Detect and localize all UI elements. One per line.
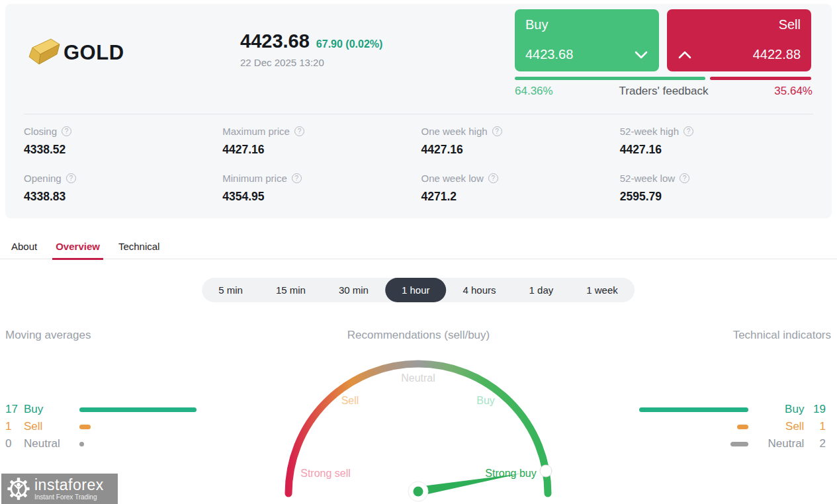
- summary-card: GOLD 4423.68 67.90 (0.02%) 22 Dec 2025 1…: [5, 4, 832, 218]
- stat-one-week-low: One week low? 4271.2: [421, 173, 620, 204]
- gauge-value-marker: [540, 465, 552, 477]
- price-change: 67.90 (0.02%): [316, 38, 383, 50]
- feedback-title: Traders' feedback: [619, 85, 709, 98]
- tab-about[interactable]: About: [8, 235, 40, 260]
- watermark-brand: instaforex: [34, 478, 104, 493]
- stat-value: 4427.16: [421, 143, 620, 157]
- stat-value: 4354.95: [222, 190, 421, 204]
- stat-52-week-low: 52-week low? 2595.79: [620, 173, 818, 204]
- stat-label: Minimum price: [222, 173, 287, 184]
- price-block: 4423.68 67.90 (0.02%) 22 Dec 2025 13:20: [240, 30, 382, 68]
- stat-closing: Closing? 4338.52: [24, 126, 222, 157]
- timeframe-4hours[interactable]: 4 hours: [447, 278, 513, 302]
- ti-neutral-count: 2: [804, 437, 826, 450]
- stat-one-week-high: One week high? 4427.16: [421, 126, 620, 157]
- moving-averages-panel: 17 Buy 1 Sell 0 Neutral: [5, 401, 217, 452]
- feedback-buy-bar: [515, 77, 705, 80]
- gauge-hub-dot: [414, 487, 423, 497]
- ti-row-sell: Sell 1: [635, 418, 826, 435]
- recommendations-gauge: Strong sell Sell Neutral Buy Strong buy: [263, 344, 574, 504]
- stat-label: Opening: [24, 173, 62, 184]
- ma-sell-label: Sell: [24, 420, 79, 433]
- buy-button-label: Buy: [525, 17, 648, 32]
- ma-row-neutral: 0 Neutral: [5, 435, 217, 452]
- stat-value: 4338.52: [24, 143, 222, 157]
- timeframe-30min[interactable]: 30 min: [322, 278, 385, 302]
- current-price: 4423.68: [240, 30, 310, 52]
- instaforex-gear-person-icon: [7, 477, 30, 501]
- help-icon[interactable]: ?: [294, 126, 304, 136]
- sell-button-label: Sell: [678, 17, 801, 32]
- stat-label: 52-week high: [620, 126, 679, 137]
- stat-minimum-price: Minimum price? 4354.95: [222, 173, 421, 204]
- instrument-name: GOLD: [64, 41, 124, 65]
- help-icon[interactable]: ?: [680, 173, 689, 183]
- ma-sell-bar: [79, 425, 91, 429]
- ma-neutral-bar: [79, 442, 84, 446]
- instrument-overview-page: GOLD 4423.68 67.90 (0.02%) 22 Dec 2025 1…: [0, 0, 837, 504]
- help-icon[interactable]: ?: [492, 126, 502, 136]
- timeframe-1week[interactable]: 1 week: [570, 278, 635, 302]
- chevron-down-icon: [634, 50, 648, 60]
- stats-grid: Closing? 4338.52 Opening? 4338.83 Maximu…: [24, 126, 818, 204]
- quote-timestamp: 22 Dec 2025 13:20: [240, 57, 382, 68]
- sell-button[interactable]: Sell 4422.88: [667, 9, 811, 71]
- feedback-sell-percent: 35.64%: [774, 85, 813, 98]
- ma-neutral-count: 0: [5, 437, 24, 450]
- gauge-label-strong-sell: Strong sell: [300, 468, 351, 479]
- ma-buy-label: Buy: [24, 403, 79, 416]
- timeframe-selector: 5 min 15 min 30 min 1 hour 4 hours 1 day…: [202, 278, 635, 302]
- gauge-label-sell: Sell: [341, 395, 359, 406]
- ma-row-buy: 17 Buy: [5, 401, 217, 418]
- stat-label: One week high: [421, 126, 488, 137]
- tab-technical[interactable]: Technical: [115, 235, 163, 260]
- ti-buy-bar: [639, 407, 748, 412]
- stat-value: 4271.2: [421, 190, 620, 204]
- sell-price: 4422.88: [753, 47, 801, 62]
- buy-price: 4423.68: [525, 47, 573, 62]
- stat-label: One week low: [421, 173, 484, 184]
- watermark-tagline: Instant Forex Trading: [34, 494, 104, 501]
- help-icon[interactable]: ?: [683, 126, 693, 136]
- ti-sell-label: Sell: [756, 420, 805, 433]
- ma-buy-bar: [79, 407, 197, 412]
- traders-feedback-bar: [515, 77, 811, 80]
- ma-row-sell: 1 Sell: [5, 418, 217, 435]
- traders-feedback-labels: 64.36% Traders' feedback 35.64%: [515, 85, 813, 98]
- ti-sell-bar: [737, 425, 748, 429]
- stat-value: 4427.16: [620, 143, 818, 157]
- help-icon[interactable]: ?: [292, 173, 302, 183]
- timeframe-1day[interactable]: 1 day: [513, 278, 570, 302]
- help-icon[interactable]: ?: [62, 126, 71, 136]
- ti-neutral-bar: [730, 442, 748, 446]
- technical-indicators-title: Technical indicators: [733, 329, 831, 342]
- chevron-up-icon: [678, 50, 692, 60]
- stat-label: Maximum price: [222, 126, 290, 137]
- ti-neutral-label: Neutral: [756, 437, 805, 450]
- stat-maximum-price: Maximum price? 4427.16: [222, 126, 421, 157]
- stat-value: 4338.83: [24, 190, 222, 204]
- help-icon[interactable]: ?: [488, 173, 498, 183]
- stat-52-week-high: 52-week high? 4427.16: [620, 126, 818, 157]
- help-icon[interactable]: ?: [66, 173, 76, 183]
- recommendations-title: Recommendations (sell/buy): [265, 329, 572, 342]
- ma-neutral-label: Neutral: [24, 437, 79, 450]
- ti-row-buy: Buy 19: [635, 401, 826, 418]
- ma-sell-count: 1: [5, 420, 24, 433]
- stat-label: Closing: [24, 126, 57, 137]
- buy-button[interactable]: Buy 4423.68: [515, 9, 659, 71]
- section-tabs: About Overview Technical: [0, 235, 837, 259]
- timeframe-15min[interactable]: 15 min: [259, 278, 322, 302]
- ti-buy-label: Buy: [756, 403, 805, 416]
- ma-buy-count: 17: [5, 403, 24, 416]
- stat-label: 52-week low: [620, 173, 675, 184]
- stat-opening: Opening? 4338.83: [24, 173, 222, 204]
- ti-buy-count: 19: [804, 403, 826, 416]
- timeframe-5min[interactable]: 5 min: [202, 278, 259, 302]
- instaforex-watermark: instaforex Instant Forex Trading: [1, 474, 118, 504]
- tab-overview[interactable]: Overview: [52, 235, 103, 260]
- ti-row-neutral: Neutral 2: [635, 435, 826, 452]
- technical-indicators-panel: Buy 19 Sell 1 Neutral 2: [635, 401, 826, 452]
- gauge-label-neutral: Neutral: [401, 372, 435, 384]
- timeframe-1hour[interactable]: 1 hour: [385, 278, 447, 302]
